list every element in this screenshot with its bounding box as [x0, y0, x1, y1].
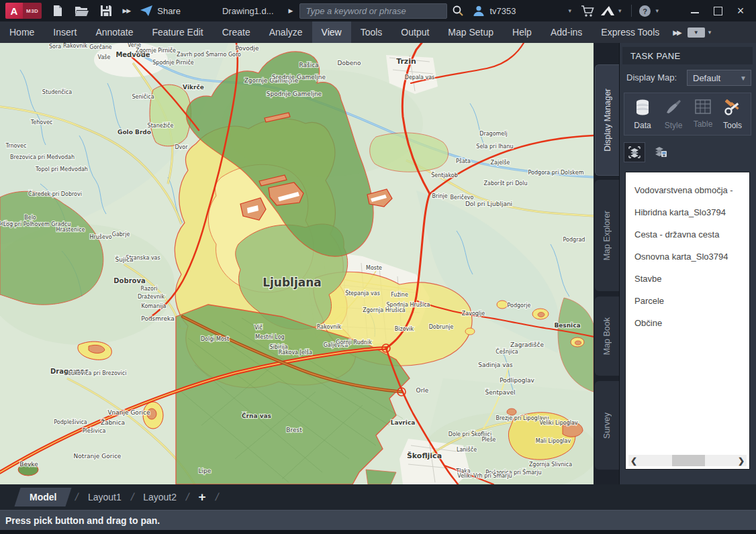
window-controls: ×: [683, 0, 752, 21]
side-tab-label: Display Manager: [603, 89, 612, 152]
ribbon-tab-map-setup[interactable]: Map Setup: [438, 21, 503, 43]
map-label: Podgorje: [508, 303, 531, 309]
map-viewport[interactable]: LjubljanaMedvodeTrzinDobrovaDragomerŠkof…: [0, 43, 594, 484]
add-layout-button[interactable]: +: [195, 490, 208, 504]
display-map-dropdown[interactable]: Default ▼: [687, 70, 751, 86]
search-expand-icon[interactable]: ▶: [289, 7, 293, 14]
map-label: Golo Brdo: [117, 129, 151, 136]
ribbon-tab-view[interactable]: View: [312, 21, 351, 43]
layer-item[interactable]: Vodovarstvena območja -: [626, 179, 749, 201]
ribbon-tab-help[interactable]: Help: [503, 21, 541, 43]
map-label: Vikrče: [183, 84, 204, 91]
style-button[interactable]: Style: [659, 99, 688, 130]
layer-item[interactable]: Parcele: [626, 290, 749, 312]
tools-button[interactable]: Tools: [718, 99, 747, 130]
map-label: Vaše: [98, 54, 111, 60]
map-label: Brinje: [432, 193, 447, 199]
scrollbar-thumb[interactable]: [672, 455, 705, 466]
map-label: Mali Lipoglav: [536, 438, 571, 444]
model-tab-label: Model: [30, 492, 56, 502]
map-label: Depala vas: [405, 74, 435, 81]
ribbon-tab-create[interactable]: Create: [213, 21, 260, 43]
map-label: Podsmreka: [141, 315, 174, 322]
task-pane-toolbar: Data Style Table: [624, 93, 751, 136]
tab-layout1[interactable]: Layout1: [85, 492, 124, 502]
side-tab-display-manager[interactable]: Display Manager: [595, 64, 620, 176]
titlebar-divider: [631, 5, 632, 17]
search-button[interactable]: [450, 3, 466, 19]
layer-item[interactable]: Hibridna karta_Slo3794: [626, 201, 749, 223]
horizontal-scrollbar[interactable]: ❮ ❯: [628, 455, 747, 466]
scrollbar-track[interactable]: [639, 455, 736, 466]
layer-item[interactable]: Osnovna karta_Slo3794: [626, 246, 749, 268]
data-button[interactable]: Data: [628, 99, 657, 130]
help-button[interactable]: ?: [637, 3, 653, 19]
map-label: Mestni Log: [255, 334, 284, 340]
hammer-wrench-icon: [724, 99, 741, 116]
tab-model[interactable]: Model: [17, 488, 68, 506]
ribbon-tab-tools[interactable]: Tools: [351, 21, 392, 43]
save-button[interactable]: [98, 3, 114, 19]
map-label: Hruševo: [89, 233, 111, 240]
tab-layout2[interactable]: Layout2: [140, 492, 179, 502]
layer-stack-icon: [628, 146, 641, 158]
ribbon-state-caret-icon[interactable]: ▾: [708, 29, 712, 36]
ribbon-tab-feature-edit[interactable]: Feature Edit: [142, 21, 212, 43]
side-tab-map-book[interactable]: Map Book: [595, 297, 619, 376]
ribbon-tab-insert[interactable]: Insert: [44, 21, 86, 43]
share-button[interactable]: Share: [140, 5, 181, 17]
map-label: Plešivica: [83, 427, 106, 434]
app-logo[interactable]: A M3D: [5, 3, 42, 19]
ribbon-tab-home[interactable]: Home: [0, 21, 44, 43]
autocad-logo-icon: A: [5, 3, 23, 19]
map-label: Podgrad: [563, 237, 585, 243]
table-button[interactable]: Table: [689, 99, 717, 129]
account-caret-icon[interactable]: ▾: [569, 7, 572, 14]
maximize-button[interactable]: [706, 0, 729, 21]
layer-list[interactable]: Vodovarstvena območja -Hibridna karta_Sl…: [625, 172, 750, 470]
map-label: Čaredek pri Dobrovi: [28, 190, 82, 197]
side-tab-label: Map Book: [602, 317, 612, 355]
autodesk-caret-icon[interactable]: ▾: [618, 7, 622, 14]
search-input[interactable]: [300, 6, 446, 16]
document-title: Drawing1.d...: [222, 6, 274, 16]
ribbon-tab-add-ins[interactable]: Add-ins: [541, 21, 592, 43]
layer-item[interactable]: Stavbe: [626, 268, 749, 290]
add-group-button[interactable]: [651, 142, 671, 161]
map-label: Rakovnik: [63, 43, 88, 49]
search-box[interactable]: [299, 3, 447, 19]
map-label: Štepanja vas: [345, 289, 380, 297]
map-label: Povodje: [235, 45, 259, 52]
side-tab-survey[interactable]: Survey: [595, 381, 619, 470]
ribbon-state-button[interactable]: ▼: [688, 28, 705, 38]
store-button[interactable]: [579, 3, 596, 19]
autodesk-menu[interactable]: [600, 3, 616, 19]
ribbon-more-icon[interactable]: ▶▶: [673, 29, 680, 36]
map-label: Zagradišče: [510, 341, 544, 348]
ribbon-tab-output[interactable]: Output: [391, 21, 438, 43]
help-caret-icon[interactable]: ▾: [656, 7, 659, 14]
more-quick-tools-icon[interactable]: ▶▶: [122, 7, 130, 14]
new-file-button[interactable]: [50, 3, 66, 19]
open-file-button[interactable]: [74, 3, 90, 19]
map-label: Pleše: [481, 436, 495, 443]
ribbon-tab-analyze[interactable]: Analyze: [260, 21, 312, 43]
ribbon-tab-express-tools[interactable]: Express Tools: [592, 21, 669, 43]
account-menu[interactable]: tv7353: [473, 5, 516, 17]
scroll-left-icon[interactable]: ❮: [628, 456, 639, 466]
ribbon-tab-annotate[interactable]: Annotate: [86, 21, 142, 43]
groups-layers-view-button[interactable]: [624, 142, 645, 162]
close-button[interactable]: ×: [729, 0, 752, 21]
map-label: Dolgi Most: [201, 336, 229, 342]
open-folder-icon: [75, 5, 89, 17]
layer-item[interactable]: Občine: [626, 312, 749, 334]
map-label: Razori: [141, 286, 158, 292]
scroll-right-icon[interactable]: ❯: [736, 456, 747, 466]
side-tab-label: Survey: [602, 413, 612, 439]
layer-item[interactable]: Cesta - državna cesta: [626, 223, 749, 246]
side-tab-map-explorer[interactable]: Map Explorer: [595, 180, 619, 291]
map-label: Zajelše: [491, 159, 510, 166]
map-label: Sora: [49, 44, 61, 50]
minimize-button[interactable]: [683, 0, 706, 21]
username: tv7353: [489, 6, 516, 16]
